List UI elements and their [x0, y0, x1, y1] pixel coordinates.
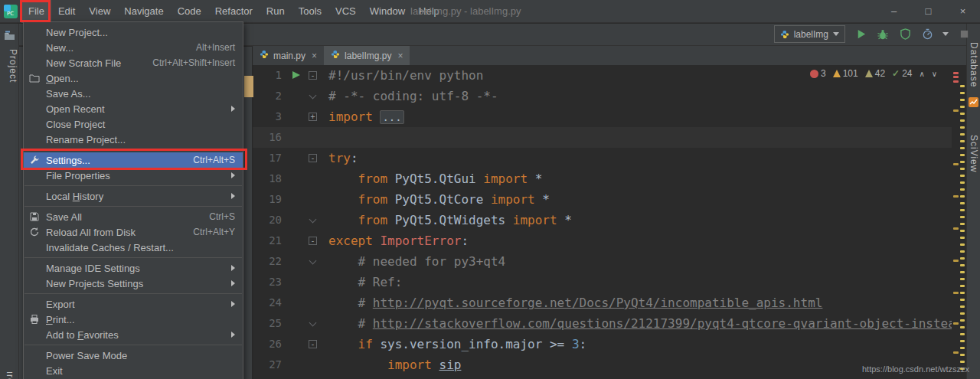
fold-end-icon[interactable] — [305, 86, 323, 106]
stripe-mark[interactable] — [960, 99, 965, 101]
run-gutter-icon[interactable] — [289, 65, 305, 86]
file-menu-item-exit[interactable]: Exit — [24, 363, 243, 378]
stripe-mark[interactable] — [960, 354, 965, 356]
file-menu-item-file-properties[interactable]: File Properties — [24, 168, 243, 183]
stripe-mark[interactable] — [953, 195, 959, 198]
code-line-23[interactable]: 23 # Ref: — [253, 272, 952, 292]
code-line-22[interactable]: 22 # needed for py3+qt4 — [253, 251, 952, 272]
stripe-mark[interactable] — [960, 119, 965, 122]
file-menu-item-new[interactable]: New...Alt+Insert — [24, 40, 243, 55]
menu-tools[interactable]: Tools — [292, 0, 328, 23]
code-line-2[interactable]: 2# -*- coding: utf-8 -*- — [253, 86, 952, 106]
stripe-mark[interactable] — [953, 322, 959, 325]
fold-end-icon[interactable] — [305, 313, 323, 334]
stripe-mark[interactable] — [960, 361, 965, 363]
stop-button[interactable] — [957, 28, 971, 41]
stripe-mark[interactable] — [960, 292, 965, 294]
fold-plus-icon[interactable]: + — [305, 106, 323, 127]
fold-minus-icon[interactable]: - — [305, 148, 323, 168]
code-line-25[interactable]: 25 # http://stackoverflow.com/questions/… — [253, 313, 952, 334]
file-menu-item-export[interactable]: Export — [24, 296, 243, 312]
file-menu-item-reload-all-from-disk[interactable]: Reload All from DiskCtrl+Alt+Y — [24, 224, 243, 240]
more-run-options-icon[interactable] — [942, 32, 949, 36]
run-with-coverage-button[interactable] — [898, 28, 912, 41]
tab-main-py[interactable]: main.py× — [253, 46, 324, 65]
file-menu-item-settings[interactable]: Settings...Ctrl+Alt+S — [24, 152, 243, 168]
sidebar-item-sciview[interactable]: SciView — [969, 135, 979, 172]
stripe-mark[interactable] — [953, 227, 959, 230]
stripe-mark[interactable] — [960, 168, 965, 170]
stripe-mark[interactable] — [953, 72, 959, 74]
weak-warning-count[interactable]: 42 — [865, 68, 885, 79]
stripe-mark[interactable] — [960, 175, 965, 177]
sciview-icon[interactable] — [969, 96, 978, 110]
stripe-mark[interactable] — [960, 326, 965, 328]
stripe-mark[interactable] — [960, 85, 965, 87]
file-menu-item-print[interactable]: Print... — [24, 312, 243, 327]
fold-minus-icon[interactable]: - — [305, 334, 323, 354]
file-menu-item-invalidate-caches-restart[interactable]: Invalidate Caches / Restart... — [24, 240, 243, 255]
sidebar-item-structure[interactable]: Structure — [0, 372, 19, 379]
code-line-16[interactable]: 16 — [253, 127, 952, 148]
stripe-mark[interactable] — [960, 181, 965, 184]
stripe-mark[interactable] — [953, 163, 959, 165]
code-line-21[interactable]: 21-except ImportError: — [253, 230, 952, 251]
maximize-button[interactable]: □ — [911, 0, 946, 23]
stripe-mark[interactable] — [960, 305, 965, 308]
menu-code[interactable]: Code — [171, 0, 208, 23]
file-menu-item-add-to-favorites[interactable]: Add to Favorites — [24, 327, 243, 342]
menu-edit[interactable]: Edit — [51, 0, 82, 23]
code-line-19[interactable]: 19 from PyQt5.QtCore import * — [253, 189, 952, 210]
stripe-mark[interactable] — [960, 257, 965, 260]
stripe-mark[interactable] — [960, 216, 965, 218]
stripe-mark[interactable] — [960, 299, 965, 301]
stripe-mark[interactable] — [960, 147, 965, 149]
tab-close-icon[interactable]: × — [312, 51, 317, 61]
file-menu-item-new-scratch-file[interactable]: New Scratch FileCtrl+Alt+Shift+Insert — [24, 55, 243, 70]
next-issue-icon[interactable]: ∨ — [932, 70, 937, 78]
menu-file[interactable]: File — [21, 0, 51, 23]
fold-end-icon[interactable] — [305, 210, 323, 230]
stripe-mark[interactable] — [960, 319, 965, 322]
stripe-mark[interactable] — [960, 209, 965, 211]
file-menu-item-open-recent[interactable]: Open Recent — [24, 101, 243, 116]
stripe-mark[interactable] — [960, 312, 965, 315]
previous-issue-icon[interactable]: ∧ — [920, 70, 925, 78]
stripe-mark[interactable] — [960, 223, 965, 225]
menu-refactor[interactable]: Refactor — [208, 0, 260, 23]
tab-close-icon[interactable]: × — [397, 51, 403, 61]
close-button[interactable]: × — [946, 0, 980, 23]
stripe-mark[interactable] — [960, 140, 965, 142]
code-line-20[interactable]: 20 from PyQt5.QtWidgets import * — [253, 210, 952, 230]
run-button[interactable] — [854, 28, 867, 41]
stripe-mark[interactable] — [960, 106, 965, 108]
menu-window[interactable]: Window — [363, 0, 412, 23]
inspections-widget[interactable]: 3 101 42 ✓ 24 ∧ ∨ — [810, 68, 937, 79]
stripe-mark[interactable] — [960, 250, 965, 253]
debug-button[interactable] — [876, 28, 890, 41]
stripe-mark[interactable] — [953, 292, 959, 294]
stripe-mark[interactable] — [960, 347, 965, 349]
tab-labelimg-py[interactable]: labelImg.py× — [324, 46, 410, 65]
stripe-mark[interactable] — [960, 113, 965, 115]
editor[interactable]: 1-#!/usr/bin/env python2# -*- coding: ut… — [253, 65, 952, 379]
error-stripe[interactable] — [952, 65, 966, 379]
code-line-3[interactable]: 3+import ... — [253, 106, 952, 127]
sidebar-item-project[interactable]: Project — [0, 49, 18, 83]
stripe-mark[interactable] — [953, 109, 959, 112]
stripe-mark[interactable] — [953, 351, 959, 354]
fold-minus-icon[interactable]: - — [305, 230, 323, 251]
run-configuration-select[interactable]: labelImg — [774, 25, 845, 43]
file-menu-item-new-projects-settings[interactable]: New Projects Settings — [24, 276, 243, 291]
file-menu-item-save-as[interactable]: Save As... — [24, 86, 243, 101]
stripe-mark[interactable] — [960, 202, 965, 204]
stripe-mark[interactable] — [960, 133, 965, 136]
file-menu-item-open[interactable]: Open... — [24, 70, 243, 86]
typo-count[interactable]: ✓ 24 — [892, 68, 912, 79]
stripe-mark[interactable] — [960, 264, 965, 266]
code-line-24[interactable]: 24 # http://pyqt.sourceforge.net/Docs/Py… — [253, 292, 952, 313]
stripe-mark[interactable] — [960, 154, 965, 156]
fold-end-icon[interactable] — [305, 251, 323, 272]
stripe-mark[interactable] — [960, 271, 965, 273]
stripe-mark[interactable] — [960, 340, 965, 342]
